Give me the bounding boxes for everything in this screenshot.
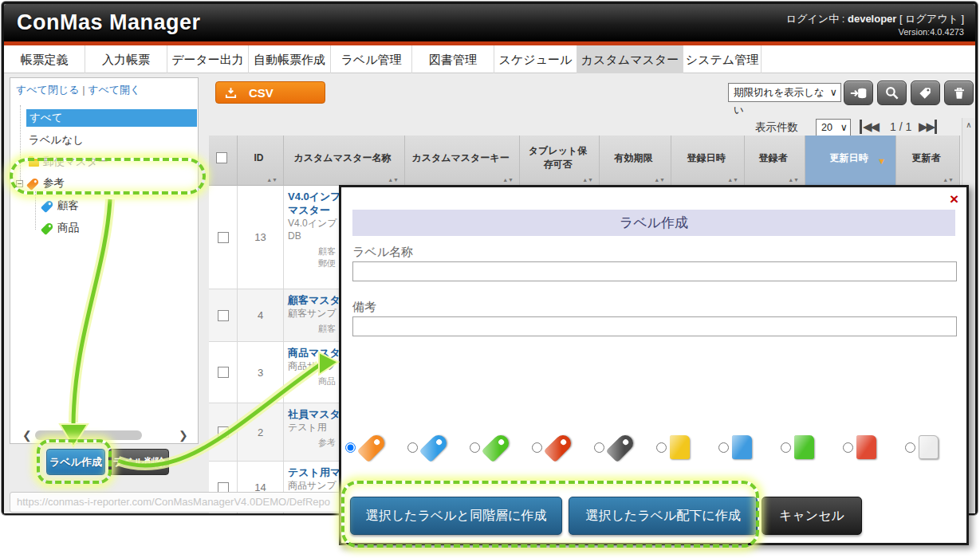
close-icon[interactable]: ×: [950, 191, 958, 208]
collapse-toggle-icon[interactable]: [16, 180, 23, 187]
row-id: 3: [238, 342, 284, 403]
row-checkbox[interactable]: [218, 310, 229, 321]
tab-input-report[interactable]: 入力帳票: [85, 45, 167, 73]
col-tablet-save[interactable]: タブレット保存可否▲▼: [520, 136, 600, 186]
first-page-button[interactable]: ◀◀: [860, 120, 878, 134]
row-checkbox[interactable]: [218, 367, 229, 378]
page-size-label: 表示件数: [755, 120, 798, 135]
sort-arrows-icon[interactable]: ▲▼: [654, 178, 665, 182]
tree-item-all[interactable]: すべて: [26, 109, 197, 127]
last-page-button[interactable]: ▶▶: [919, 120, 937, 134]
col-expire[interactable]: 有効期限▲▼: [600, 136, 671, 186]
collapse-all-link[interactable]: すべて閉じる: [16, 84, 80, 96]
hscroll-left-arrow[interactable]: ❮: [22, 429, 32, 442]
chevron-down-icon: ∨: [840, 120, 848, 136]
icon-radio[interactable]: [843, 442, 853, 453]
col-reg-date[interactable]: 登録日時▲▼: [671, 136, 745, 186]
icon-radio[interactable]: [594, 442, 604, 453]
chevron-down-icon: ∨: [830, 84, 837, 101]
login-status: ログイン中 : developer [ ログアウト ]: [786, 12, 964, 26]
tag-orange-icon: [26, 177, 40, 191]
tag-blue-icon: [41, 199, 54, 213]
page-size-select[interactable]: 20 ∨: [816, 119, 851, 136]
col-upd-user[interactable]: 更新者▲▼: [896, 136, 960, 186]
sort-desc-icon[interactable]: ▼: [877, 156, 886, 166]
label-tag-button[interactable]: [911, 81, 940, 105]
tab-custom-master[interactable]: カスタムマスター: [577, 45, 683, 73]
col-reg-user[interactable]: 登録者▲▼: [745, 136, 805, 186]
tree-item-no-label[interactable]: ラベルなし: [29, 132, 84, 149]
download-icon: [224, 86, 238, 100]
tab-data-output[interactable]: データー出力: [167, 45, 249, 73]
icon-radio[interactable]: [470, 442, 480, 453]
tag-gray-icon[interactable]: [606, 432, 636, 462]
sort-arrows-icon[interactable]: ▲▼: [943, 178, 954, 182]
search-button[interactable]: [877, 81, 907, 105]
folder-yellow-icon[interactable]: [670, 435, 690, 459]
col-upd-date[interactable]: 更新日時▼: [805, 136, 896, 186]
sort-arrows-icon[interactable]: ▲▼: [727, 178, 738, 182]
scroll-up-arrow[interactable]: ∧: [962, 118, 975, 132]
tag-green-icon[interactable]: [482, 432, 512, 462]
sort-arrows-icon[interactable]: ▲▼: [502, 178, 514, 182]
folder-green-icon[interactable]: [794, 435, 814, 459]
col-id[interactable]: ID▲▼: [238, 136, 284, 186]
sort-arrows-icon[interactable]: ▲▼: [388, 178, 399, 182]
tab-schedule[interactable]: スケジュール: [494, 45, 577, 73]
tree-item-shouhin[interactable]: 商品: [41, 219, 79, 237]
icon-radio[interactable]: [718, 442, 729, 453]
version-label: Version:4.0.4273: [898, 27, 964, 37]
logout-link[interactable]: [ ログアウト ]: [896, 13, 964, 25]
delete-button[interactable]: [944, 81, 974, 105]
expand-all-link[interactable]: すべて開く: [88, 84, 140, 96]
icon-radio[interactable]: [407, 442, 418, 453]
create-label-button[interactable]: ラベル作成: [46, 449, 105, 475]
icon-radio[interactable]: [905, 442, 915, 453]
tab-library-management[interactable]: 図書管理: [412, 45, 494, 73]
login-user: developer: [848, 13, 896, 25]
tree-item-sankou[interactable]: 参考: [16, 175, 65, 192]
folder-white-icon[interactable]: [919, 435, 939, 459]
label-name-input[interactable]: [352, 261, 957, 281]
select-all-checkbox[interactable]: [216, 152, 227, 163]
folder-blue-icon[interactable]: [732, 435, 752, 459]
folder-yellow-icon: [29, 159, 39, 167]
tree-item-postal-master[interactable]: 郵便マスター: [29, 153, 108, 171]
import-db-button[interactable]: [844, 81, 873, 105]
csv-export-button[interactable]: CSV: [215, 81, 325, 104]
create-same-level-button[interactable]: 選択したラベルと同階層に作成: [350, 497, 562, 535]
row-id: 4: [238, 289, 284, 342]
tab-label-management[interactable]: ラベル管理: [331, 45, 412, 73]
expire-filter-select[interactable]: 期限切れを表示しない ∨: [728, 83, 841, 102]
icon-radio[interactable]: [345, 442, 356, 453]
tree-item-kokyaku[interactable]: 顧客: [41, 197, 79, 214]
delete-label-button[interactable]: ラベル削除: [108, 449, 169, 475]
folder-red-icon[interactable]: [856, 435, 876, 459]
cancel-button[interactable]: キャンセル: [762, 497, 862, 535]
icon-radio[interactable]: [656, 442, 667, 453]
header-bar: ConMas Manager ログイン中 : developer [ ログアウト…: [4, 4, 975, 41]
hscroll-right-arrow[interactable]: ❯: [179, 429, 188, 442]
sort-arrows-icon[interactable]: ▲▼: [266, 178, 277, 182]
sort-arrows-icon[interactable]: ▲▼: [582, 178, 593, 182]
tag-red-icon[interactable]: [544, 432, 574, 462]
tab-auto-report[interactable]: 自動帳票作成: [249, 45, 331, 73]
row-checkbox[interactable]: [218, 426, 229, 438]
col-key[interactable]: カスタムマスターキー▲▼: [405, 136, 520, 186]
hscroll-track[interactable]: [35, 430, 142, 440]
tag-green-icon: [41, 222, 54, 235]
sort-arrows-icon[interactable]: ▲▼: [788, 178, 799, 182]
main-nav: 帳票定義 入力帳票 データー出力 自動帳票作成 ラベル管理 図書管理 スケジュー…: [4, 45, 975, 73]
icon-radio[interactable]: [532, 442, 542, 453]
tag-orange-icon[interactable]: [357, 432, 388, 462]
tag-blue-icon[interactable]: [419, 432, 450, 462]
row-checkbox[interactable]: [218, 232, 229, 243]
memo-label: 備考: [352, 300, 376, 315]
tab-system-management[interactable]: システム管理: [683, 45, 762, 73]
icon-radio[interactable]: [781, 442, 791, 453]
col-name[interactable]: カスタムマスター名称▲▼: [284, 136, 405, 186]
page: ConMas Manager ログイン中 : developer [ ログアウト…: [0, 0, 980, 558]
tab-report-definition[interactable]: 帳票定義: [4, 45, 85, 73]
create-child-level-button[interactable]: 選択したラベル配下に作成: [569, 497, 758, 535]
memo-input[interactable]: [352, 316, 957, 336]
